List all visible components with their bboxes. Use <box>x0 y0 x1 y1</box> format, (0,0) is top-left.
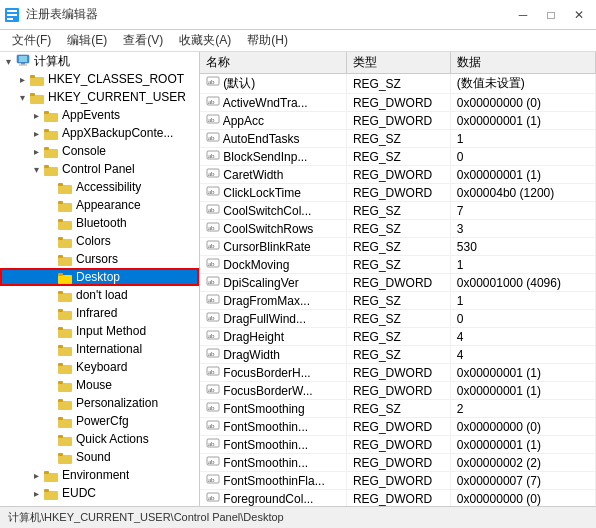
expand-btn[interactable]: ▸ <box>28 485 44 501</box>
tree-node-accessibility[interactable]: ▸ Accessibility <box>0 178 199 196</box>
tree-node-desktop[interactable]: ▸ Desktop <box>0 268 199 286</box>
tree-node-appearance[interactable]: ▸ Appearance <box>0 196 199 214</box>
registry-content[interactable]: 名称 类型 数据 ab (默认)REG_SZ(数值未设置) ab ActiveW… <box>200 52 596 506</box>
menu-item[interactable]: 查看(V) <box>115 30 171 51</box>
expand-btn[interactable]: ▾ <box>14 89 30 105</box>
table-body: ab (默认)REG_SZ(数值未设置) ab ActiveWndTra...R… <box>200 74 596 507</box>
table-row[interactable]: ab DpiScalingVerREG_DWORD0x00001000 (409… <box>200 274 596 292</box>
tree-node-sound[interactable]: ▸ Sound <box>0 448 199 466</box>
cell-type: REG_DWORD <box>346 112 450 130</box>
table-row[interactable]: ab ActiveWndTra...REG_DWORD0x00000000 (0… <box>200 94 596 112</box>
status-path: 计算机\HKEY_CURRENT_USER\Control Panel\Desk… <box>8 510 284 525</box>
cell-type: REG_SZ <box>346 238 450 256</box>
cell-type: REG_SZ <box>346 256 450 274</box>
tree-node-international[interactable]: ▸ International <box>0 340 199 358</box>
tree-node-keyboardlayout[interactable]: ▸ Keyboard Layout <box>0 502 199 506</box>
cell-name: ab (默认) <box>200 74 346 94</box>
table-row[interactable]: ab FontSmoothin...REG_DWORD0x00000000 (0… <box>200 418 596 436</box>
tree-node-keyboard[interactable]: ▸ Keyboard <box>0 358 199 376</box>
menu-item[interactable]: 收藏夹(A) <box>171 30 239 51</box>
svg-text:ab: ab <box>208 314 215 322</box>
table-row[interactable]: ab DockMovingREG_SZ1 <box>200 256 596 274</box>
minimize-button[interactable]: ─ <box>510 5 536 25</box>
expand-btn[interactable]: ▾ <box>28 161 44 177</box>
registry-tree[interactable]: ▾ 计算机▸ HKEY_CLASSES_ROOT▾ HKEY_CURRENT_U… <box>0 52 200 506</box>
tree-node-hkcr[interactable]: ▸ HKEY_CLASSES_ROOT <box>0 70 199 88</box>
expand-btn[interactable]: ▸ <box>14 71 30 87</box>
col-data[interactable]: 数据 <box>450 52 595 74</box>
tree-node-personalization[interactable]: ▸ Personalization <box>0 394 199 412</box>
table-row[interactable]: ab FontSmoothin...REG_DWORD0x00000001 (1… <box>200 436 596 454</box>
expand-btn[interactable]: ▾ <box>0 53 16 69</box>
svg-rect-52 <box>58 327 63 330</box>
menu-item[interactable]: 编辑(E) <box>59 30 115 51</box>
svg-rect-34 <box>58 219 63 222</box>
table-row[interactable]: ab CoolSwitchCol...REG_SZ7 <box>200 202 596 220</box>
tree-node-cursors[interactable]: ▸ Cursors <box>0 250 199 268</box>
table-row[interactable]: ab DragWidthREG_SZ4 <box>200 346 596 364</box>
tree-node-inputmethod[interactable]: ▸ Input Method <box>0 322 199 340</box>
expand-btn[interactable]: ▸ <box>28 143 44 159</box>
table-row[interactable]: ab BlockSendInp...REG_SZ0 <box>200 148 596 166</box>
node-label: PowerCfg <box>76 414 129 428</box>
maximize-button[interactable]: □ <box>538 5 564 25</box>
table-row[interactable]: ab CoolSwitchRowsREG_SZ3 <box>200 220 596 238</box>
close-button[interactable]: ✕ <box>566 5 592 25</box>
cell-data: 0x00000001 (1) <box>450 112 595 130</box>
tree-node-environment[interactable]: ▸ Environment <box>0 466 199 484</box>
table-row[interactable]: ab FontSmoothinFla...REG_DWORD0x00000007… <box>200 472 596 490</box>
folder-icon <box>44 488 58 500</box>
cell-name: ab CoolSwitchCol... <box>200 202 346 220</box>
folder-icon <box>58 182 72 194</box>
svg-text:ab: ab <box>208 134 215 142</box>
table-row[interactable]: ab DragFromMax...REG_SZ1 <box>200 292 596 310</box>
table-row[interactable]: ab AutoEndTasksREG_SZ1 <box>200 130 596 148</box>
tree-node-quickactions[interactable]: ▸ Quick Actions <box>0 430 199 448</box>
registry-value-icon: ab <box>206 491 220 503</box>
table-row[interactable]: ab ForegroundCol...REG_DWORD0x00000000 (… <box>200 490 596 507</box>
registry-value-icon: ab <box>206 95 220 107</box>
table-row[interactable]: ab FontSmoothingREG_SZ2 <box>200 400 596 418</box>
table-row[interactable]: ab (默认)REG_SZ(数值未设置) <box>200 74 596 94</box>
expand-btn[interactable]: ▸ <box>28 467 44 483</box>
cell-data: 1 <box>450 130 595 148</box>
tree-node-infrared[interactable]: ▸ Infrared <box>0 304 199 322</box>
table-row[interactable]: ab FontSmoothin...REG_DWORD0x00000002 (2… <box>200 454 596 472</box>
tree-node-appevents[interactable]: ▸ AppEvents <box>0 106 199 124</box>
tree-node-dontload[interactable]: ▸ don't load <box>0 286 199 304</box>
tree-node-console[interactable]: ▸ Console <box>0 142 199 160</box>
expand-btn[interactable]: ▸ <box>28 503 44 506</box>
table-row[interactable]: ab DragFullWind...REG_SZ0 <box>200 310 596 328</box>
expand-btn[interactable]: ▸ <box>28 125 44 141</box>
table-row[interactable]: ab AppAccREG_DWORD0x00000001 (1) <box>200 112 596 130</box>
tree-node-controlpanel[interactable]: ▾ Control Panel <box>0 160 199 178</box>
table-row[interactable]: ab FocusBorderW...REG_DWORD0x00000001 (1… <box>200 382 596 400</box>
menu-item[interactable]: 帮助(H) <box>239 30 296 51</box>
tree-node-computer[interactable]: ▾ 计算机 <box>0 52 199 70</box>
tree-node-eudc[interactable]: ▸ EUDC <box>0 484 199 502</box>
folder-icon <box>58 218 72 230</box>
tree-node-hkcu[interactable]: ▾ HKEY_CURRENT_USER <box>0 88 199 106</box>
node-label: Accessibility <box>76 180 141 194</box>
table-row[interactable]: ab DragHeightREG_SZ4 <box>200 328 596 346</box>
col-name[interactable]: 名称 <box>200 52 346 74</box>
col-type[interactable]: 类型 <box>346 52 450 74</box>
tree-node-bluetooth[interactable]: ▸ Bluetooth <box>0 214 199 232</box>
table-row[interactable]: ab FocusBorderH...REG_DWORD0x00000001 (1… <box>200 364 596 382</box>
folder-icon <box>58 308 72 320</box>
tree-node-mouse[interactable]: ▸ Mouse <box>0 376 199 394</box>
svg-rect-76 <box>44 471 49 474</box>
svg-rect-6 <box>21 63 25 65</box>
tree-node-powercfg[interactable]: ▸ PowerCfg <box>0 412 199 430</box>
expand-btn[interactable]: ▸ <box>28 107 44 123</box>
table-row[interactable]: ab CursorBlinkRateREG_SZ530 <box>200 238 596 256</box>
table-row[interactable]: ab CaretWidthREG_DWORD0x00000001 (1) <box>200 166 596 184</box>
cell-data: 4 <box>450 346 595 364</box>
tree-node-colors[interactable]: ▸ Colors <box>0 232 199 250</box>
registry-value-icon: ab <box>206 149 220 161</box>
cell-data: 0x00000001 (1) <box>450 436 595 454</box>
cell-name: ab DragWidth <box>200 346 346 364</box>
menu-item[interactable]: 文件(F) <box>4 30 59 51</box>
tree-node-appxbackup[interactable]: ▸ AppXBackupConte... <box>0 124 199 142</box>
table-row[interactable]: ab ClickLockTimeREG_DWORD0x00004b0 (1200… <box>200 184 596 202</box>
